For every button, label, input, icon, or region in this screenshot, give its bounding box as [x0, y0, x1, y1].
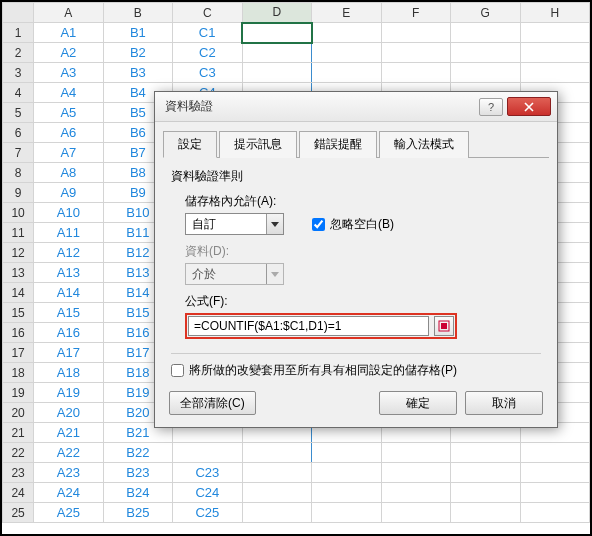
- tab-error[interactable]: 錯誤提醒: [299, 131, 377, 158]
- row-header[interactable]: 14: [3, 283, 34, 303]
- cell[interactable]: [451, 63, 520, 83]
- close-button[interactable]: [507, 97, 551, 116]
- tab-ime[interactable]: 輸入法模式: [379, 131, 469, 158]
- row-header[interactable]: 2: [3, 43, 34, 63]
- row-header[interactable]: 9: [3, 183, 34, 203]
- cell[interactable]: A6: [34, 123, 103, 143]
- cell[interactable]: C1: [173, 23, 242, 43]
- cell[interactable]: [451, 483, 520, 503]
- row-header[interactable]: 10: [3, 203, 34, 223]
- cell[interactable]: [242, 483, 311, 503]
- allow-dropdown-button[interactable]: [266, 214, 283, 234]
- cell[interactable]: A15: [34, 303, 103, 323]
- cell[interactable]: B25: [103, 503, 172, 523]
- cell[interactable]: [242, 23, 311, 43]
- allow-input[interactable]: [186, 214, 266, 234]
- cell[interactable]: A5: [34, 103, 103, 123]
- cell[interactable]: B2: [103, 43, 172, 63]
- column-header[interactable]: H: [520, 3, 590, 23]
- cell[interactable]: [312, 23, 381, 43]
- column-header[interactable]: G: [451, 3, 520, 23]
- cell[interactable]: A20: [34, 403, 103, 423]
- cell[interactable]: [451, 23, 520, 43]
- cell[interactable]: C25: [173, 503, 242, 523]
- allow-combobox[interactable]: [185, 213, 284, 235]
- cell[interactable]: C24: [173, 483, 242, 503]
- dialog-titlebar[interactable]: 資料驗證 ?: [155, 92, 557, 122]
- cell[interactable]: A24: [34, 483, 103, 503]
- row-header[interactable]: 16: [3, 323, 34, 343]
- apply-all-checkbox[interactable]: 將所做的改變套用至所有具有相同設定的儲存格(P): [171, 362, 541, 379]
- row-header[interactable]: 12: [3, 243, 34, 263]
- row-header[interactable]: 18: [3, 363, 34, 383]
- tab-settings[interactable]: 設定: [163, 131, 217, 158]
- cell[interactable]: [520, 463, 590, 483]
- cell[interactable]: [242, 443, 311, 463]
- cell[interactable]: A21: [34, 423, 103, 443]
- formula-input[interactable]: [188, 316, 429, 336]
- row-header[interactable]: 3: [3, 63, 34, 83]
- cell[interactable]: [312, 463, 381, 483]
- row-header[interactable]: 1: [3, 23, 34, 43]
- cell[interactable]: B22: [103, 443, 172, 463]
- cell[interactable]: B23: [103, 463, 172, 483]
- row-header[interactable]: 22: [3, 443, 34, 463]
- row-header[interactable]: 13: [3, 263, 34, 283]
- row-header[interactable]: 15: [3, 303, 34, 323]
- cell[interactable]: [381, 43, 450, 63]
- cell[interactable]: A14: [34, 283, 103, 303]
- cell[interactable]: [381, 503, 450, 523]
- row-header[interactable]: 24: [3, 483, 34, 503]
- cell[interactable]: C3: [173, 63, 242, 83]
- cell[interactable]: A9: [34, 183, 103, 203]
- row-header[interactable]: 19: [3, 383, 34, 403]
- ignore-blank-checkbox[interactable]: 忽略空白(B): [312, 216, 394, 233]
- cell[interactable]: A4: [34, 83, 103, 103]
- row-header[interactable]: 6: [3, 123, 34, 143]
- column-header[interactable]: F: [381, 3, 450, 23]
- cell[interactable]: [242, 503, 311, 523]
- ok-button[interactable]: 確定: [379, 391, 457, 415]
- cell[interactable]: A11: [34, 223, 103, 243]
- cell[interactable]: A23: [34, 463, 103, 483]
- cell[interactable]: [520, 43, 590, 63]
- cell[interactable]: C23: [173, 463, 242, 483]
- help-button[interactable]: ?: [479, 98, 503, 116]
- cell[interactable]: B3: [103, 63, 172, 83]
- cell[interactable]: [381, 463, 450, 483]
- cell[interactable]: A17: [34, 343, 103, 363]
- cell[interactable]: [312, 503, 381, 523]
- row-header[interactable]: 5: [3, 103, 34, 123]
- cell[interactable]: A16: [34, 323, 103, 343]
- row-header[interactable]: 11: [3, 223, 34, 243]
- column-header[interactable]: B: [103, 3, 172, 23]
- cell[interactable]: A19: [34, 383, 103, 403]
- cell[interactable]: [312, 443, 381, 463]
- cell[interactable]: A22: [34, 443, 103, 463]
- cell[interactable]: A1: [34, 23, 103, 43]
- cell[interactable]: A2: [34, 43, 103, 63]
- cell[interactable]: B24: [103, 483, 172, 503]
- cell[interactable]: [381, 63, 450, 83]
- row-header[interactable]: 25: [3, 503, 34, 523]
- row-header[interactable]: 21: [3, 423, 34, 443]
- cell[interactable]: [520, 443, 590, 463]
- cell[interactable]: A25: [34, 503, 103, 523]
- column-header[interactable]: D: [242, 3, 311, 23]
- cell[interactable]: [242, 63, 311, 83]
- cell[interactable]: [520, 23, 590, 43]
- cell[interactable]: A18: [34, 363, 103, 383]
- cancel-button[interactable]: 取消: [465, 391, 543, 415]
- row-header[interactable]: 23: [3, 463, 34, 483]
- cell[interactable]: [381, 443, 450, 463]
- clear-all-button[interactable]: 全部清除(C): [169, 391, 256, 415]
- cell[interactable]: [520, 483, 590, 503]
- column-header[interactable]: A: [34, 3, 103, 23]
- cell[interactable]: [173, 443, 242, 463]
- cell[interactable]: A12: [34, 243, 103, 263]
- cell[interactable]: [451, 463, 520, 483]
- cell[interactable]: [312, 483, 381, 503]
- row-header[interactable]: 17: [3, 343, 34, 363]
- cell[interactable]: A7: [34, 143, 103, 163]
- range-selector-button[interactable]: [434, 316, 454, 336]
